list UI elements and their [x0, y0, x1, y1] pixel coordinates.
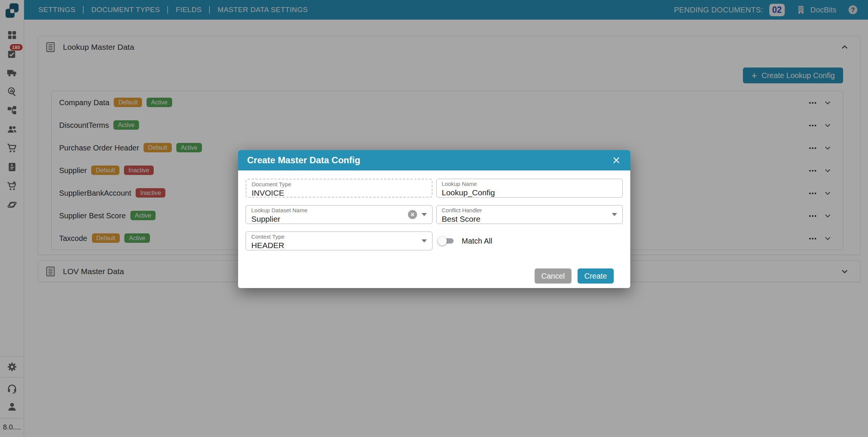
field-label: Lookup Name [442, 181, 617, 187]
field-value: Lookup_Config [442, 188, 617, 197]
field-label: Document Type [252, 181, 426, 188]
field-value: Supplier [251, 215, 427, 224]
field-label: Context Type [251, 234, 427, 240]
match-all-label: Match All [462, 237, 492, 245]
dropdown-caret-icon[interactable] [612, 213, 617, 216]
app-window: SETTINGSDOCUMENT TYPESFIELDSMASTER DATA … [0, 0, 868, 437]
cancel-button[interactable]: Cancel [535, 268, 572, 284]
field-trailing [612, 213, 617, 216]
toggle-knob [438, 236, 447, 245]
close-icon[interactable] [611, 155, 621, 165]
dropdown-caret-icon[interactable] [422, 239, 427, 242]
lookup-dataset-name-select[interactable]: Lookup Dataset Name Supplier [246, 205, 432, 224]
create-master-data-config-modal: Create Master Data Config Document Type … [238, 150, 630, 288]
field-value: HEADER [251, 241, 427, 250]
create-button[interactable]: Create [578, 268, 614, 284]
context-type-select[interactable]: Context Type HEADER [246, 232, 432, 250]
field-trailing [422, 239, 427, 242]
clear-selection-icon[interactable] [408, 210, 417, 219]
modal-title: Create Master Data Config [247, 155, 360, 166]
modal-header: Create Master Data Config [238, 150, 630, 170]
match-all-row: Match All [436, 232, 623, 250]
modal-body: Document Type INVOICE Lookup Name Lookup… [238, 170, 630, 288]
field-trailing [408, 210, 427, 219]
modal-footer: Cancel Create [246, 250, 623, 288]
lookup-name-field[interactable]: Lookup Name Lookup_Config [436, 179, 623, 198]
field-label: Conflict Handler [442, 207, 617, 214]
field-value: Best Score [442, 215, 617, 224]
form-grid: Document Type INVOICE Lookup Name Lookup… [246, 179, 623, 250]
dropdown-caret-icon[interactable] [422, 213, 427, 216]
field-label: Lookup Dataset Name [251, 207, 427, 214]
match-all-toggle[interactable] [438, 236, 454, 245]
conflict-handler-select[interactable]: Conflict Handler Best Score [436, 205, 623, 224]
document-type-field: Document Type INVOICE [246, 179, 432, 198]
field-value: INVOICE [252, 189, 426, 198]
